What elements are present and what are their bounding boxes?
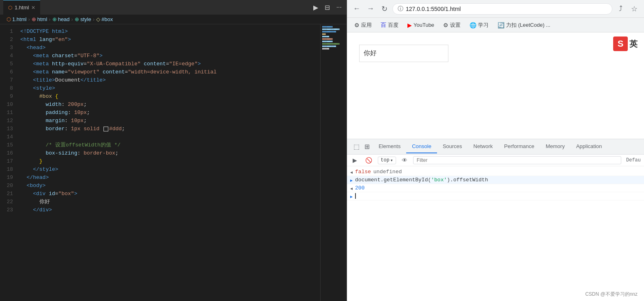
code-token: #ddd [109, 125, 122, 133]
code-token: <body> [27, 182, 46, 190]
code-line-1: <!DOCTYPE html> [20, 28, 320, 36]
code-token: content [144, 60, 166, 68]
bookmark-settings[interactable]: ⚙ 设置 [440, 20, 464, 30]
console-prompt-arrow: ▶ [350, 194, 353, 199]
bookmark-youtube[interactable]: ▶ YouTube [404, 21, 437, 30]
code-token [20, 166, 33, 174]
code-token: = [55, 190, 58, 198]
code-token: > [74, 190, 78, 198]
bookmark-baidu[interactable]: 百 百度 [377, 20, 402, 30]
line-num: 18 [0, 166, 17, 174]
code-token [20, 68, 33, 76]
address-bar[interactable]: ⓘ 127.0.0.1:5500/1.html [392, 3, 612, 15]
back-button[interactable]: ← [351, 3, 362, 15]
code-line-4: <meta charset="UTF-8"> [20, 52, 320, 60]
bookmark-button[interactable]: ☆ [629, 3, 640, 15]
code-token: <meta [33, 68, 52, 76]
line-num: 2 [0, 36, 17, 44]
run-scripts-button[interactable]: ▶ [350, 156, 360, 164]
bookmark-study[interactable]: 🌐 学习 [466, 20, 492, 30]
breadcrumb-file[interactable]: ⬡ 1.html [6, 16, 26, 22]
code-token: 你好 [39, 198, 50, 206]
breadcrumb-html[interactable]: ⊕ html [32, 16, 47, 22]
run-button[interactable]: ▶ [312, 3, 320, 12]
code-token: Document [55, 76, 80, 84]
bookmark-apps[interactable]: ⚙ 应用 [351, 20, 375, 30]
code-line-2: <html lang="en"> [20, 36, 320, 44]
tab-network[interactable]: Network [468, 140, 499, 153]
clear-console-button[interactable]: 🚫 [363, 156, 375, 164]
line-num: 11 [0, 109, 17, 117]
tab-memory[interactable]: Memory [540, 140, 571, 153]
code-token: width [45, 101, 61, 109]
line-num: 1 [0, 28, 17, 36]
bookmarks-bar: ⚙ 应用 百 百度 ▶ YouTube ⚙ 设置 🌐 学习 🔄 力扣 (Leet [347, 18, 644, 32]
refresh-button[interactable]: ↻ [379, 3, 390, 15]
code-token: ; [84, 117, 87, 125]
brand-letter: S [618, 39, 624, 49]
code-line-8: <style> [20, 84, 320, 92]
tab-performance[interactable]: Performance [498, 140, 540, 153]
code-token: border-box [84, 149, 115, 157]
editor-tab-1html[interactable]: ⬡ 1.html ✕ [3, 0, 40, 15]
console-cursor [355, 193, 356, 199]
inspect-element-button[interactable]: ⬚ [352, 141, 361, 152]
code-area: 1 2 3 4 5 6 7 8 9 10 11 12 13 14 15 16 1… [0, 24, 347, 301]
code-token [20, 149, 45, 157]
more-button[interactable]: ··· [335, 3, 343, 12]
code-token: "width=device-width, initial [128, 68, 216, 76]
code-line-14 [20, 133, 320, 141]
bookmark-youtube-label: YouTube [414, 22, 434, 28]
breadcrumb-head[interactable]: ⊕ head [52, 16, 70, 22]
code-token: = [166, 60, 169, 68]
devtools-panel: ⬚ ⊞ Elements Console Sources Network [347, 139, 644, 301]
code-token: ; [115, 149, 118, 157]
default-label: Defau [626, 157, 641, 163]
forward-button[interactable]: → [365, 3, 376, 15]
context-selector[interactable]: top ▾ [378, 157, 396, 164]
code-token: ).offsetWidth [447, 177, 488, 183]
bookmark-apps-label: 应用 [361, 22, 372, 29]
split-button[interactable]: ⊟ [323, 3, 332, 12]
breadcrumb-style[interactable]: ⊕ style [75, 16, 91, 22]
brand-s-icon: S [613, 37, 628, 51]
code-token: 200px [68, 101, 84, 109]
console-row-prompt[interactable]: ▶ [347, 192, 644, 200]
console-collapse-arrow[interactable]: ◀ [350, 170, 353, 175]
code-token: "en" [55, 36, 68, 44]
code-token [20, 52, 33, 60]
code-line-16: box-sizing: border-box; [20, 149, 320, 157]
device-toolbar-button[interactable]: ⊞ [363, 141, 371, 152]
code-token: > [99, 52, 103, 60]
tab-elements[interactable]: Elements [373, 140, 406, 153]
code-token: 10px [74, 109, 87, 117]
tab-network-label: Network [474, 143, 493, 149]
tab-console[interactable]: Console [406, 140, 437, 153]
tab-sources-label: Sources [443, 143, 462, 149]
close-tab-icon[interactable]: ✕ [31, 5, 35, 11]
code-line-10: width: 200px; [20, 101, 320, 109]
code-token: <meta [33, 60, 52, 68]
share-button[interactable]: ⤴ [615, 3, 626, 15]
bookmark-leetcode[interactable]: 🔄 力扣 (LeetCode) ... [494, 20, 554, 30]
browser-panel: ← → ↻ ⓘ 127.0.0.1:5500/1.html ⤴ ☆ ⚙ 应用 百… [347, 0, 644, 301]
code-line-9: #box { [20, 92, 320, 101]
tab-elements-label: Elements [379, 143, 401, 149]
console-output-arrow[interactable]: ◀ [350, 186, 353, 191]
code-token: <html [20, 36, 39, 44]
tab-sources[interactable]: Sources [437, 140, 468, 153]
console-filter-input[interactable] [413, 156, 621, 164]
breadcrumb-box[interactable]: ◇ #box [96, 16, 113, 22]
console-expand-arrow[interactable]: ▶ [350, 178, 353, 183]
line-num: 22 [0, 198, 17, 206]
code-content[interactable]: <!DOCTYPE html> <html lang="en"> <head> … [17, 24, 320, 301]
tab-application[interactable]: Application [571, 140, 608, 153]
eye-button[interactable]: 👁 [399, 156, 410, 164]
tab-memory-label: Memory [546, 143, 565, 149]
code-line-12: margin: 10px; [20, 117, 320, 125]
breadcrumb-sep-4: › [93, 16, 95, 22]
console-row-false: ◀ false undefined [347, 168, 644, 176]
code-token: id [49, 190, 55, 198]
line-num: 13 [0, 125, 17, 133]
console-toolbar: ▶ 🚫 top ▾ 👁 Defau [347, 155, 644, 166]
